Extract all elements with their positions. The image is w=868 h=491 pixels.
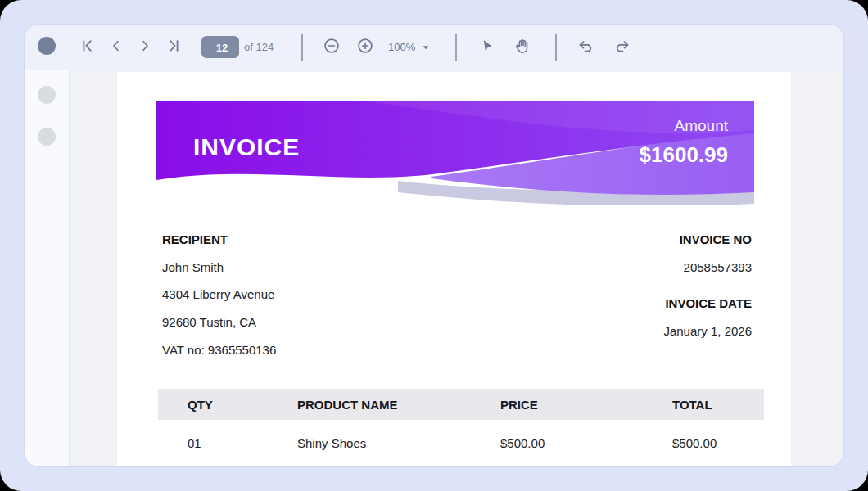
invoice-no-value: 2058557393	[663, 254, 752, 282]
menu-circle-icon[interactable]	[38, 37, 56, 55]
zoom-level-dropdown[interactable]: 100%	[388, 25, 431, 70]
col-header-total: TOTAL	[672, 398, 764, 412]
invoice-date-label: INVOICE DATE	[663, 290, 752, 318]
page-number-input[interactable]	[201, 36, 242, 60]
thumbnail-sidebar	[25, 70, 70, 466]
toolbar-divider	[555, 34, 557, 61]
zoom-out-button[interactable]	[323, 37, 341, 55]
col-header-product: PRODUCT NAME	[297, 398, 500, 412]
document-canvas: INVOICE Amount $1600.99 RECIPIENT John S…	[70, 70, 843, 466]
pdf-toolbar: of 124 100%	[25, 25, 843, 70]
invoice-title: INVOICE	[193, 133, 300, 161]
cell-price: $500.00	[500, 436, 672, 450]
last-page-button[interactable]	[165, 37, 183, 55]
table-row: 01 Shiny Shoes $500.00 $500.00	[158, 420, 764, 466]
recipient-address-1: 4304 Liberry Avenue	[162, 281, 276, 309]
line-items-table: QTY PRODUCT NAME PRICE TOTAL 01 Shiny Sh…	[158, 389, 764, 466]
prev-page-button[interactable]	[107, 37, 125, 55]
invoice-page: INVOICE Amount $1600.99 RECIPIENT John S…	[117, 72, 791, 466]
cell-qty: 01	[158, 436, 297, 450]
undo-icon	[576, 37, 594, 55]
col-header-price: PRICE	[500, 398, 672, 412]
zoom-in-button[interactable]	[356, 37, 374, 55]
invoice-no-label: INVOICE NO	[663, 226, 752, 254]
undo-button[interactable]	[576, 37, 594, 55]
recipient-address-2: 92680 Tustin, CA	[162, 309, 276, 336]
thumbnail-placeholder-icon[interactable]	[38, 86, 56, 104]
caret-down-icon	[421, 43, 431, 52]
cell-total: $500.00	[672, 436, 764, 450]
recipient-vat: VAT no: 9365550136	[162, 336, 276, 364]
cell-product: Shiny Shoes	[297, 436, 500, 450]
thumbnail-placeholder-icon[interactable]	[38, 128, 56, 146]
amount-label: Amount	[675, 117, 728, 135]
last-page-icon	[165, 38, 182, 54]
first-page-button[interactable]	[79, 37, 97, 55]
chevron-left-icon	[109, 38, 124, 53]
cursor-tool-button[interactable]	[478, 37, 496, 55]
zoom-in-icon	[356, 37, 374, 55]
table-header-row: QTY PRODUCT NAME PRICE TOTAL	[158, 389, 764, 420]
amount-value: $1600.99	[640, 142, 728, 168]
first-page-icon	[79, 38, 96, 54]
pdf-viewer-window: of 124 100%	[25, 25, 843, 466]
redo-icon	[613, 37, 631, 55]
toolbar-divider	[301, 34, 303, 61]
recipient-name: John Smith	[162, 254, 276, 282]
toolbar-divider	[455, 34, 457, 61]
page-number-box	[201, 36, 239, 58]
chevron-right-icon	[138, 38, 152, 53]
amount-block: Amount $1600.99	[640, 117, 728, 168]
page-total-label: of 124	[244, 25, 274, 70]
invoice-banner: INVOICE Amount $1600.99	[156, 101, 754, 205]
viewer-body: INVOICE Amount $1600.99 RECIPIENT John S…	[25, 70, 843, 466]
col-header-qty: QTY	[158, 398, 297, 412]
invoice-date-value: January 1, 2026	[663, 318, 752, 345]
hand-tool-button[interactable]	[513, 37, 531, 55]
recipient-block: RECIPIENT John Smith 4304 Liberry Avenue…	[162, 226, 276, 364]
redo-button[interactable]	[613, 37, 631, 55]
zoom-level-value: 100%	[388, 41, 415, 53]
invoice-meta-block: INVOICE NO 2058557393 INVOICE DATE Janua…	[663, 226, 752, 345]
hand-icon	[513, 37, 531, 56]
zoom-out-icon	[323, 37, 341, 55]
cursor-arrow-icon	[479, 38, 496, 55]
next-page-button[interactable]	[136, 37, 154, 55]
recipient-label: RECIPIENT	[162, 226, 276, 254]
app-frame: of 124 100%	[0, 0, 868, 491]
